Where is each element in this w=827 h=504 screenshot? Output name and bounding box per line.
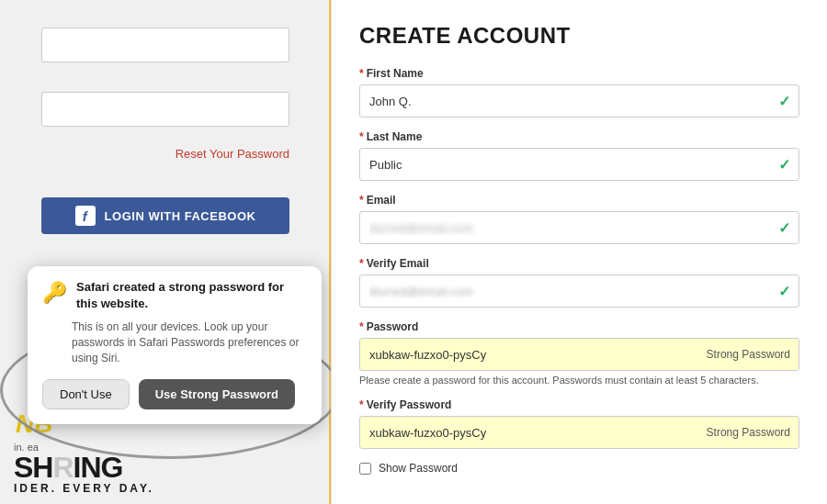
right-panel: CREATE ACCOUNT * First Name ✓ * Last Nam… [331,0,827,504]
email-label: * Email [359,194,799,207]
first-name-input[interactable] [359,84,799,118]
verify-password-label: * Verify Password [359,398,799,411]
first-name-field: * First Name ✓ [359,67,799,118]
first-name-label: * First Name [359,67,799,80]
last-name-field: * Last Name ✓ [359,130,799,181]
key-icon: 🔑 [42,281,67,305]
required-star-verify-password: * [359,398,364,411]
reset-password-link[interactable]: Reset Your Password [41,147,289,161]
facebook-login-button[interactable]: f LOGIN WITH FACEBOOK [41,197,289,234]
main-layout: Reset Your Password f LOGIN WITH FACEBOO… [0,0,827,504]
brand-sub: IDER. EVERY DAY. [0,482,331,504]
popup-header: 🔑 Safari created a strong password for t… [42,279,307,312]
facebook-button-label: LOGIN WITH FACEBOOK [105,209,256,223]
required-star-email: * [359,194,364,207]
required-star-firstname: * [359,67,364,80]
email-field: * Email ✓ [359,194,799,244]
left-panel: Reset Your Password f LOGIN WITH FACEBOO… [0,0,331,504]
verify-email-field: * Verify Email ✓ [359,257,799,308]
password-hint: Please create a password for this accoun… [359,375,799,386]
verify-email-input[interactable] [359,274,799,308]
last-name-label: * Last Name [359,130,799,143]
page-title: CREATE ACCOUNT [359,23,799,49]
email-input[interactable] [359,211,799,244]
dont-use-button[interactable]: Don't Use [42,379,130,409]
safari-password-popup: 🔑 Safari created a strong password for t… [28,266,322,424]
use-strong-password-button[interactable]: Use Strong Password [139,379,295,409]
email-check-icon: ✓ [778,219,790,237]
verify-email-check-icon: ✓ [778,283,790,300]
vertical-divider [329,0,331,504]
last-name-check-icon: ✓ [778,156,790,174]
brand-tagline: SHRING [0,453,331,482]
password-label: * Password [359,320,799,333]
password-field[interactable] [41,92,289,127]
show-password-row: Show Password [359,462,799,475]
verify-strong-password-badge: Strong Password [707,426,790,439]
email-input-wrapper: ✓ [359,211,799,244]
popup-body: This is on all your devices. Look up you… [42,319,307,365]
verify-email-input-wrapper: ✓ [359,274,799,308]
password-field-container: * Password Strong Password Please create… [359,320,799,386]
first-name-input-wrapper: ✓ [359,84,799,118]
show-password-label[interactable]: Show Password [379,462,458,475]
verify-password-input-wrapper: Strong Password [359,416,799,449]
show-password-checkbox[interactable] [359,463,371,475]
verify-email-label: * Verify Email [359,257,799,270]
verify-password-field: * Verify Password Strong Password [359,398,799,449]
popup-actions: Don't Use Use Strong Password [42,379,307,409]
facebook-icon: f [75,206,96,226]
password-input-wrapper: Strong Password [359,338,799,371]
first-name-check-icon: ✓ [778,93,790,110]
last-name-input-wrapper: ✓ [359,148,799,181]
last-name-input[interactable] [359,148,799,181]
required-star-verify-email: * [359,257,364,270]
required-star-password: * [359,320,364,333]
strong-password-badge: Strong Password [707,348,790,361]
username-field[interactable] [41,28,289,62]
popup-title: Safari created a strong password for thi… [76,279,307,312]
required-star-lastname: * [359,130,364,143]
